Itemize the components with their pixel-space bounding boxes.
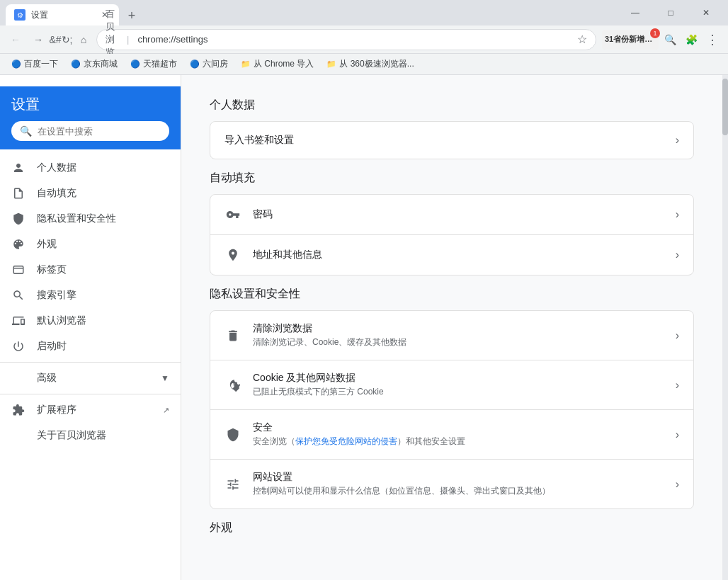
sidebar-item-default-browser[interactable]: 默认浏览器 (0, 308, 181, 334)
sidebar-label-default-browser: 默认浏览器 (37, 314, 169, 327)
sidebar-label-appearance: 外观 (37, 238, 169, 251)
sidebar-item-privacy[interactable]: 隐私设置和安全性 (0, 206, 181, 232)
addresses-item[interactable]: 地址和其他信息 › (210, 234, 693, 275)
section-title-autofill: 自动填充 (210, 171, 694, 186)
sidebar-item-tabs[interactable]: 标签页 (0, 257, 181, 283)
sidebar-item-appearance[interactable]: 外观 (0, 232, 181, 257)
addresses-title: 地址和其他信息 (253, 249, 664, 261)
folder-icon: 📁 (326, 59, 336, 69)
sidebar-label-advanced: 高级 (37, 372, 149, 385)
section-title-personal: 个人数据 (210, 98, 694, 113)
addresses-content: 地址和其他信息 (253, 249, 664, 261)
search-engine-icon (11, 288, 25, 302)
bookmark-label: 六间房 (203, 58, 228, 70)
sidebar-item-about[interactable]: 关于百贝浏览器 (0, 423, 181, 448)
cookies-title: Cookie 及其他网站数据 (253, 372, 664, 385)
clear-browsing-arrow-icon: › (676, 329, 679, 342)
security-subtitle: 安全浏览（保护您免受危险网站的侵害）和其他安全设置 (253, 436, 664, 448)
security-link[interactable]: 保护您免受危险网站的侵害 (295, 436, 397, 446)
sidebar-label-autofill: 自动填充 (37, 187, 169, 200)
security-item[interactable]: 安全 安全浏览（保护您免受危险网站的侵害）和其他安全设置 › (210, 409, 693, 459)
sidebar-item-personal-data[interactable]: 个人数据 (0, 155, 181, 181)
passwords-arrow-icon: › (676, 208, 679, 221)
bookmark-360-import[interactable]: 📁 从 360极速浏览器... (321, 57, 419, 72)
sidebar-item-extensions[interactable]: 扩展程序 ↗ (0, 397, 181, 423)
security-title: 安全 (253, 421, 664, 434)
forward-button[interactable]: → (28, 30, 48, 50)
delete-icon (224, 327, 241, 344)
extensions-icon[interactable]: 🧩 (681, 30, 701, 50)
bookmark-star-icon[interactable]: ☆ (577, 33, 587, 46)
passwords-content: 密码 (253, 208, 664, 221)
location-pin-icon (224, 246, 241, 263)
sidebar-divider (0, 362, 181, 363)
person-icon (11, 161, 25, 175)
settings-search-input[interactable] (38, 126, 161, 137)
clear-browsing-item[interactable]: 清除浏览数据 清除浏览记录、Cookie、缓存及其他数据 › (210, 311, 693, 360)
search-nav-icon[interactable]: 🔍 (660, 30, 680, 50)
cookies-subtitle: 已阻止无痕模式下的第三方 Cookie (253, 386, 664, 398)
sidebar-label-search: 搜索引擎 (37, 289, 169, 302)
personal-data-card: 导入书签和设置 › (210, 121, 694, 159)
cookies-item[interactable]: Cookie 及其他网站数据 已阻止无痕模式下的第三方 Cookie › (210, 360, 693, 409)
sidebar-item-autofill[interactable]: 自动填充 (0, 181, 181, 206)
menu-icon[interactable]: ⋮ (703, 30, 722, 50)
extensions-sidebar-icon (11, 403, 25, 417)
tabs-icon (11, 263, 25, 277)
password-key-icon (224, 206, 241, 223)
passwords-item[interactable]: 密码 › (210, 195, 693, 234)
sidebar-header: 设置 (11, 95, 169, 114)
bookmark-tianmao[interactable]: 🔵 天猫超市 (125, 57, 183, 72)
browser-window: ⚙ 设置 ✕ + — □ ✕ ← → &#↻; ⌂ 百贝浏览器 | ☆ (0, 0, 728, 580)
home-button[interactable]: ⌂ (74, 30, 93, 50)
clear-browsing-subtitle: 清除浏览记录、Cookie、缓存及其他数据 (253, 336, 664, 348)
import-bookmarks-arrow-icon: › (676, 134, 679, 147)
bookmark-baidu[interactable]: 🔵 百度一下 (6, 57, 64, 72)
address-input[interactable] (137, 34, 571, 45)
autofill-icon (11, 186, 25, 200)
shield-icon (11, 212, 25, 226)
section-title-privacy: 隐私设置和安全性 (210, 287, 694, 302)
security-shield-icon (224, 426, 241, 443)
bookmark-jd[interactable]: 🔵 京东商城 (65, 57, 123, 72)
sidebar-label-extensions: 扩展程序 (37, 404, 152, 416)
minimize-button[interactable]: — (619, 2, 652, 23)
close-button[interactable]: ✕ (690, 2, 722, 23)
sidebar-label-about: 关于百贝浏览器 (37, 429, 169, 442)
back-button[interactable]: ← (6, 30, 25, 50)
section-title-appearance: 外观 (210, 521, 694, 535)
palette-icon (11, 237, 25, 251)
sidebar-item-startup[interactable]: 启动时 (0, 334, 181, 359)
tab-bar: ⚙ 设置 ✕ + (6, 0, 619, 25)
bookmark-icon: 🔵 (130, 59, 140, 69)
active-tab[interactable]: ⚙ 设置 ✕ (6, 4, 119, 25)
nav-right-buttons: 31省份新增本土病例83例 江苏54例 1 🔍 🧩 ⋮ (602, 30, 722, 50)
bookmark-label: 百度一下 (24, 58, 58, 70)
advanced-icon (11, 371, 25, 385)
clear-browsing-content: 清除浏览数据 清除浏览记录、Cookie、缓存及其他数据 (253, 322, 664, 348)
default-browser-icon (11, 314, 25, 328)
cookies-arrow-icon: › (676, 379, 679, 392)
maximize-button[interactable]: □ (654, 2, 687, 23)
search-icon: 🔍 (20, 125, 32, 137)
bookmark-liujianfang[interactable]: 🔵 六间房 (184, 57, 234, 72)
sidebar-item-search[interactable]: 搜索引擎 (0, 283, 181, 308)
passwords-title: 密码 (253, 208, 664, 221)
scrollbar-thumb[interactable] (722, 79, 728, 135)
sidebar-item-advanced[interactable]: 高级 ▼ (0, 365, 181, 391)
refresh-button[interactable]: &#↻; (51, 30, 71, 50)
site-settings-arrow-icon: › (676, 478, 679, 491)
right-scrollbar[interactable] (722, 75, 728, 580)
new-tab-button[interactable]: + (122, 6, 142, 25)
site-settings-item[interactable]: 网站设置 控制网站可以使用和显示什么信息（如位置信息、摄像头、弹出式窗口及其他）… (210, 459, 693, 508)
sidebar-label-startup: 启动时 (37, 340, 169, 353)
svg-rect-0 (13, 266, 23, 274)
import-bookmarks-item[interactable]: 导入书签和设置 › (210, 122, 693, 159)
site-settings-subtitle: 控制网站可以使用和显示什么信息（如位置信息、摄像头、弹出式窗口及其他） (253, 485, 664, 497)
bookmark-chrome-import[interactable]: 📁 从 Chrome 导入 (235, 57, 319, 72)
cookies-content: Cookie 及其他网站数据 已阻止无痕模式下的第三方 Cookie (253, 372, 664, 398)
import-bookmarks-title: 导入书签和设置 (224, 134, 664, 147)
news-button-container: 31省份新增本土病例83例 江苏54例 1 (602, 30, 659, 50)
site-settings-content: 网站设置 控制网站可以使用和显示什么信息（如位置信息、摄像头、弹出式窗口及其他） (253, 471, 664, 497)
address-bar[interactable]: 百贝浏览器 | ☆ (96, 29, 596, 50)
